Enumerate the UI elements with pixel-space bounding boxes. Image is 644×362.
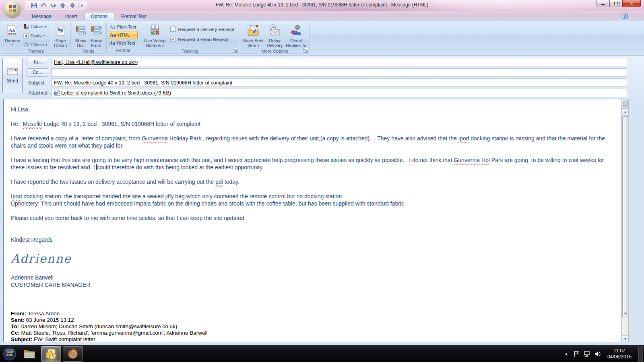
body-text: Holiday Park , regarding issues with the… (168, 135, 458, 142)
restore-icon (614, 2, 618, 5)
misspelled-word: Gunvenna (142, 135, 168, 142)
to-button[interactable]: To... (27, 58, 48, 66)
start-button[interactable] (2, 346, 18, 362)
chevron-down-icon: ▾ (43, 34, 45, 37)
help-button[interactable]: ? (621, 13, 628, 19)
restore-button[interactable] (609, 0, 622, 7)
close-button[interactable]: × (622, 0, 641, 7)
attachment-item[interactable]: W Letter of complaint to Swift re Smith.… (54, 90, 171, 96)
system-tray: ▲ 11:07 (563, 346, 644, 362)
tracking-dialog-launcher[interactable] (233, 48, 238, 53)
minimize-button[interactable] (597, 0, 609, 7)
tab-message[interactable]: Message (25, 12, 58, 21)
tab-format-text[interactable]: Format Text (114, 12, 153, 21)
subject-input[interactable]: FW: Re: Moselle Lodge 40 x 13, 2 bed - 3… (52, 78, 627, 87)
html-button[interactable]: Aa HTML (109, 31, 138, 39)
theme-colors-icon (23, 24, 29, 29)
misspelled-word: pdi (215, 179, 223, 185)
ribbon-tab-row: MessageInsertOptionsFormat Text ? (0, 11, 644, 21)
rich-text-label: Rich Text (117, 41, 135, 45)
theme-colors-button[interactable]: Colors ▾ (23, 23, 49, 30)
show-bcc-label-1: Show (75, 38, 87, 43)
delivery-receipt-checkbox[interactable] (170, 27, 175, 32)
dialog-launcher-icon (234, 49, 237, 52)
cc-input[interactable] (52, 68, 627, 77)
message-body[interactable]: Hi Lisa, Re: Moselle Lodge 40 x 13, 2 be… (3, 99, 621, 342)
theme-effects-button[interactable]: Effects ▾ (23, 41, 49, 48)
network-status-icon[interactable] (583, 351, 590, 357)
clock-time: 11:07 (607, 348, 632, 354)
body-text: could therefore do with this being looke… (97, 164, 264, 171)
more-options-dialog-launcher[interactable] (303, 48, 308, 53)
attachment-link[interactable]: Letter of complaint to Swift re Smith.do… (61, 90, 171, 96)
body-paragraph (11, 229, 614, 236)
theme-fonts-button[interactable]: A Fonts ▾ (23, 33, 49, 39)
ruler-toggle-button[interactable] (622, 99, 629, 109)
read-receipt-option[interactable]: ✓ Request a Read Receipt (168, 35, 236, 43)
scroll-up-button[interactable]: ▲ (622, 109, 629, 115)
tab-insert[interactable]: Insert (58, 12, 84, 21)
body-paragraph: Ipod docking station: the transporter ha… (11, 193, 614, 200)
to-recipient[interactable]: Hall, Lisa <LHall@swiftleisure.co.uk>; (54, 60, 138, 65)
taskbar-item-explorer[interactable] (19, 346, 39, 362)
delay-delivery-icon (268, 24, 281, 37)
address-fields: To... Hall, Lisa <LHall@swiftleisure.co.… (27, 58, 627, 97)
save-sent-item-button[interactable]: Save Sent Item ▾ (242, 23, 265, 48)
group-caption-fields: Fields (72, 48, 105, 53)
show-desktop-button[interactable] (638, 346, 643, 362)
subject-label: Subject: (27, 80, 48, 86)
scrollbar-thumb[interactable] (622, 116, 628, 317)
direct-replies-to-button[interactable]: Direct Replies To (284, 23, 308, 48)
body-paragraph: Adrienne (11, 251, 614, 267)
direct-replies-label-2: Replies To (286, 43, 306, 48)
tab-options[interactable]: Options (84, 12, 114, 21)
help-icon: ? (623, 14, 626, 19)
taskbar: ▲ 11:07 (0, 345, 644, 362)
taskbar-item-firefox[interactable] (63, 346, 83, 362)
themes-button[interactable]: Aa Themes ▾ (2, 23, 22, 48)
send-label: Send (7, 78, 18, 84)
theme-effects-label: Effects (31, 42, 44, 47)
body-paragraph: I have reported the two issues on delive… (11, 178, 614, 185)
show-hidden-icons-button[interactable]: ▲ (563, 350, 570, 357)
body-paragraph (11, 207, 614, 214)
delay-delivery-button[interactable]: Delay Delivery (265, 23, 285, 48)
page-color-button[interactable]: Page Color ▾ (52, 23, 69, 48)
body-text: Hi Lisa, (11, 106, 30, 113)
quoted-header-row: Cc: Matt Steele; 'Ross, Richard'; 'emma.… (11, 330, 614, 336)
body-text: Adrienne (11, 252, 71, 265)
use-voting-buttons-button[interactable]: Use Voting Buttons ▾ (142, 23, 167, 48)
office-button[interactable] (4, 0, 21, 17)
body-paragraph (11, 171, 614, 178)
send-envelope-icon (7, 68, 18, 76)
ribbon-group-fields: Show Bcc Show From (72, 22, 105, 54)
send-button[interactable]: Send (2, 58, 23, 93)
body-paragraph: Please could you come back to me with so… (11, 214, 614, 222)
to-input[interactable]: Hall, Lisa <LHall@swiftleisure.co.uk>; (52, 58, 627, 66)
show-bcc-label-2: Bcc (77, 43, 84, 48)
cc-button[interactable]: Cc... (27, 68, 48, 77)
attached-well[interactable]: W Letter of complaint to Swift re Smith.… (52, 89, 627, 97)
taskbar-clock[interactable]: 11:07 04/06/2015 (604, 348, 635, 360)
group-caption-themes: Themes (1, 48, 70, 53)
scrollbar-track[interactable] (622, 115, 629, 335)
up-arrow-icon: ▲ (624, 110, 627, 114)
body-text: today. (223, 179, 239, 185)
body-paragraph (11, 267, 614, 274)
show-bcc-button[interactable]: Show Bcc (73, 23, 89, 48)
scroll-down-button[interactable]: ▼ (622, 335, 629, 342)
group-caption-tracking: Tracking (141, 48, 239, 53)
read-receipt-checkbox[interactable]: ✓ (170, 37, 175, 42)
taskbar-item-outlook[interactable] (41, 346, 61, 362)
delivery-receipt-option[interactable]: Request a Delivery Receipt (168, 25, 236, 33)
misspelled-word: Moselle (23, 121, 42, 127)
use-voting-label-2: Buttons ▾ (146, 43, 164, 48)
message-body-text: Hi Lisa, Re: Moselle Lodge 40 x 13, 2 be… (11, 106, 614, 303)
rich-text-button[interactable]: Aa Rich Text (109, 39, 138, 47)
plain-text-button[interactable]: Aa Plain Text (109, 23, 138, 31)
body-text: Please could you come back to me with so… (11, 215, 246, 221)
show-from-button[interactable]: Show From (89, 23, 104, 48)
volume-button[interactable] (594, 351, 601, 357)
action-center-button[interactable] (573, 351, 580, 357)
body-paragraph: I have received a copy of a letter of co… (11, 135, 614, 149)
